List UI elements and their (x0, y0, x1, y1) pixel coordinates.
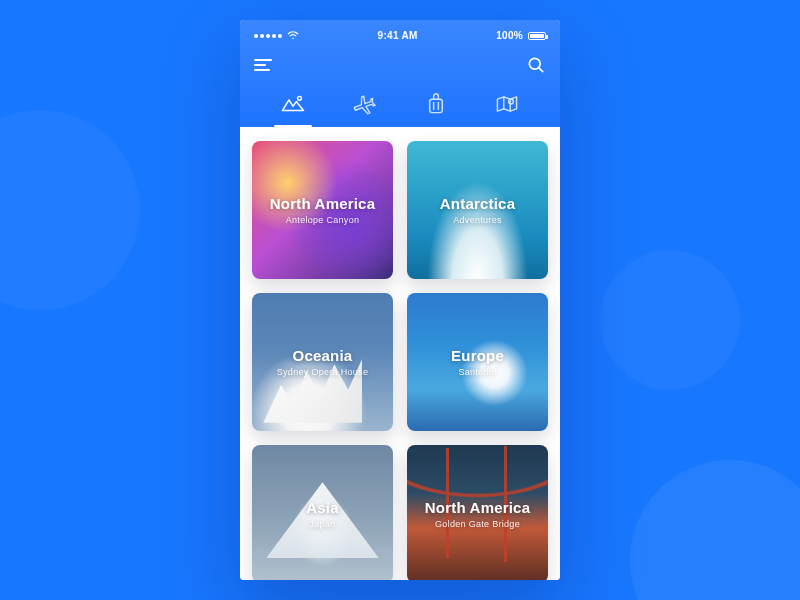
card-title: North America (270, 195, 375, 212)
tab-luggage[interactable] (421, 91, 451, 117)
svg-point-7 (509, 99, 514, 104)
menu-button[interactable] (254, 59, 272, 71)
destination-grid: North America Antelope Canyon Antarctica… (252, 141, 548, 580)
status-bar: 9:41 AM 100% (254, 30, 546, 41)
wifi-icon (287, 31, 299, 40)
tab-explore[interactable] (278, 91, 308, 117)
card-subtitle: Japan (306, 519, 339, 529)
phone-frame: 9:41 AM 100% (240, 20, 560, 580)
card-title: Asia (306, 499, 339, 516)
card-title: Antarctica (440, 195, 515, 212)
svg-line-2 (539, 68, 543, 72)
destination-card[interactable]: North America Antelope Canyon (252, 141, 393, 279)
card-title: North America (425, 499, 530, 516)
battery-percent: 100% (496, 30, 523, 41)
tab-flights[interactable] (349, 91, 379, 117)
category-tabs (254, 79, 546, 127)
card-subtitle: Santorini (451, 367, 504, 377)
svg-rect-4 (429, 99, 442, 112)
main-content: North America Antelope Canyon Antarctica… (240, 127, 560, 580)
plane-icon (352, 93, 376, 115)
background-decoration (0, 110, 140, 310)
card-subtitle: Adventures (440, 215, 515, 225)
destination-card[interactable]: North America Golden Gate Bridge (407, 445, 548, 580)
destination-card[interactable]: Europe Santorini (407, 293, 548, 431)
svg-point-3 (298, 96, 302, 100)
app-header: 9:41 AM 100% (240, 20, 560, 127)
mountain-icon (280, 93, 306, 115)
card-title: Oceania (277, 347, 368, 364)
background-decoration (600, 250, 740, 390)
search-icon[interactable] (526, 55, 546, 75)
status-time: 9:41 AM (378, 30, 418, 41)
map-pin-icon (495, 93, 519, 115)
battery-icon (528, 32, 546, 40)
background-decoration (630, 460, 800, 600)
card-subtitle: Antelope Canyon (270, 215, 375, 225)
destination-card[interactable]: Oceania Sydney Opera House (252, 293, 393, 431)
destination-card[interactable]: Asia Japan (252, 445, 393, 580)
destination-card[interactable]: Antarctica Adventures (407, 141, 548, 279)
signal-strength-icon (254, 34, 282, 38)
svg-point-0 (292, 38, 294, 40)
tab-map[interactable] (492, 91, 522, 117)
suitcase-icon (426, 93, 446, 115)
card-title: Europe (451, 347, 504, 364)
card-subtitle: Sydney Opera House (277, 367, 368, 377)
card-subtitle: Golden Gate Bridge (425, 519, 530, 529)
